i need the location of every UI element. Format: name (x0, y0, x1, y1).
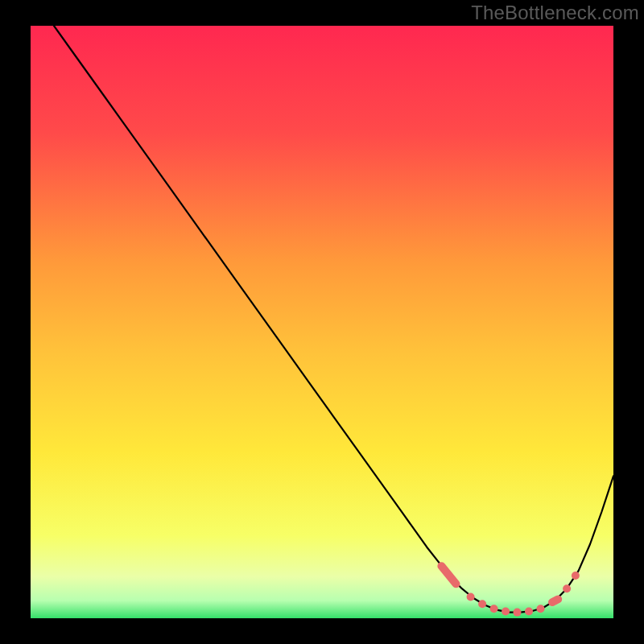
marker-dot (478, 600, 486, 608)
marker-dot (502, 608, 510, 616)
marker-dot (525, 608, 533, 616)
chart-container: TheBottleneck.com (0, 0, 644, 644)
watermark-text: TheBottleneck.com (471, 2, 639, 24)
marker-dot (572, 572, 580, 580)
marker-segment (552, 599, 558, 602)
marker-dot (490, 605, 498, 613)
marker-dot (467, 593, 475, 601)
plot-area (31, 26, 613, 618)
chart-svg (31, 26, 613, 618)
marker-dot (563, 584, 571, 592)
marker-dot (537, 605, 545, 613)
marker-dot (514, 609, 522, 617)
